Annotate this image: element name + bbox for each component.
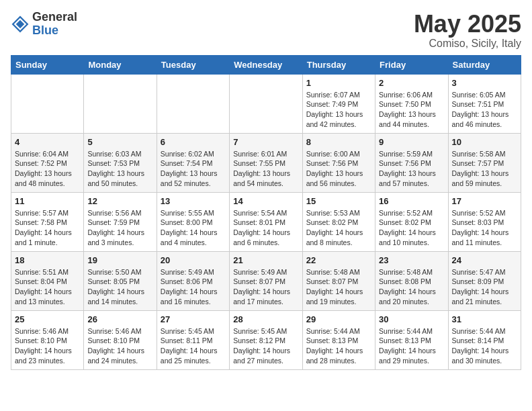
day-number: 29 <box>306 314 371 324</box>
day-number: 7 <box>233 137 298 147</box>
weekday-header-saturday: Saturday <box>448 55 521 74</box>
logo-blue-text: Blue <box>32 24 77 38</box>
day-number: 25 <box>15 314 80 324</box>
day-info: Sunrise: 5:52 AMSunset: 8:03 PMDaylight:… <box>452 208 517 248</box>
logo-icon <box>11 15 30 34</box>
calendar-cell: 30Sunrise: 5:44 AMSunset: 8:13 PMDayligh… <box>375 310 448 369</box>
weekday-header-wednesday: Wednesday <box>230 55 302 74</box>
day-number: 10 <box>452 137 517 147</box>
weekday-header-friday: Friday <box>375 55 448 74</box>
calendar-cell: 10Sunrise: 5:58 AMSunset: 7:57 PMDayligh… <box>448 133 521 192</box>
calendar-cell: 24Sunrise: 5:47 AMSunset: 8:09 PMDayligh… <box>448 251 521 310</box>
day-info: Sunrise: 5:45 AMSunset: 8:11 PMDaylight:… <box>161 326 226 366</box>
day-info: Sunrise: 5:52 AMSunset: 8:02 PMDaylight:… <box>379 208 444 248</box>
day-info: Sunrise: 5:44 AMSunset: 8:13 PMDaylight:… <box>306 326 371 366</box>
calendar-cell: 4Sunrise: 6:04 AMSunset: 7:52 PMDaylight… <box>11 133 84 192</box>
day-number: 5 <box>87 137 152 147</box>
logo: General Blue <box>11 11 77 38</box>
week-row-2: 4Sunrise: 6:04 AMSunset: 7:52 PMDaylight… <box>11 133 521 192</box>
day-number: 30 <box>379 314 444 324</box>
day-info: Sunrise: 5:48 AMSunset: 8:08 PMDaylight:… <box>379 267 444 307</box>
day-info: Sunrise: 5:56 AMSunset: 7:59 PMDaylight:… <box>87 208 152 248</box>
day-info: Sunrise: 6:00 AMSunset: 7:56 PMDaylight:… <box>306 149 371 189</box>
calendar-cell: 23Sunrise: 5:48 AMSunset: 8:08 PMDayligh… <box>375 251 448 310</box>
week-row-5: 25Sunrise: 5:46 AMSunset: 8:10 PMDayligh… <box>11 310 521 369</box>
calendar-cell: 28Sunrise: 5:45 AMSunset: 8:12 PMDayligh… <box>230 310 302 369</box>
calendar-cell: 9Sunrise: 5:59 AMSunset: 7:56 PMDaylight… <box>375 133 448 192</box>
calendar-cell: 20Sunrise: 5:49 AMSunset: 8:06 PMDayligh… <box>157 251 229 310</box>
day-info: Sunrise: 6:02 AMSunset: 7:54 PMDaylight:… <box>161 149 226 189</box>
calendar-cell: 1Sunrise: 6:07 AMSunset: 7:49 PMDaylight… <box>302 74 375 133</box>
day-info: Sunrise: 6:03 AMSunset: 7:53 PMDaylight:… <box>87 149 152 189</box>
day-number: 22 <box>306 255 371 265</box>
day-number: 16 <box>379 196 444 206</box>
day-number: 1 <box>306 78 371 88</box>
day-number: 11 <box>15 196 80 206</box>
calendar-cell: 14Sunrise: 5:54 AMSunset: 8:01 PMDayligh… <box>230 192 302 251</box>
calendar-cell: 16Sunrise: 5:52 AMSunset: 8:02 PMDayligh… <box>375 192 448 251</box>
week-row-4: 18Sunrise: 5:51 AMSunset: 8:04 PMDayligh… <box>11 251 521 310</box>
calendar-cell: 18Sunrise: 5:51 AMSunset: 8:04 PMDayligh… <box>11 251 84 310</box>
day-info: Sunrise: 5:46 AMSunset: 8:10 PMDaylight:… <box>87 326 152 366</box>
day-info: Sunrise: 5:50 AMSunset: 8:05 PMDaylight:… <box>87 267 152 307</box>
page-header: General Blue May 2025 Comiso, Sicily, It… <box>11 11 521 50</box>
day-number: 8 <box>306 137 371 147</box>
weekday-header-row: SundayMondayTuesdayWednesdayThursdayFrid… <box>11 55 521 74</box>
day-number: 26 <box>87 314 152 324</box>
day-number: 28 <box>233 314 298 324</box>
day-info: Sunrise: 5:46 AMSunset: 8:10 PMDaylight:… <box>15 326 80 366</box>
day-number: 17 <box>452 196 517 206</box>
week-row-3: 11Sunrise: 5:57 AMSunset: 7:58 PMDayligh… <box>11 192 521 251</box>
calendar-cell <box>11 74 84 133</box>
location-subtitle: Comiso, Sicily, Italy <box>414 38 521 50</box>
calendar-cell: 11Sunrise: 5:57 AMSunset: 7:58 PMDayligh… <box>11 192 84 251</box>
calendar-cell: 6Sunrise: 6:02 AMSunset: 7:54 PMDaylight… <box>157 133 229 192</box>
day-info: Sunrise: 5:45 AMSunset: 8:12 PMDaylight:… <box>233 326 298 366</box>
day-info: Sunrise: 5:59 AMSunset: 7:56 PMDaylight:… <box>379 149 444 189</box>
calendar-cell <box>157 74 229 133</box>
calendar-cell: 29Sunrise: 5:44 AMSunset: 8:13 PMDayligh… <box>302 310 375 369</box>
day-number: 23 <box>379 255 444 265</box>
day-number: 27 <box>161 314 226 324</box>
day-number: 12 <box>87 196 152 206</box>
calendar-cell: 2Sunrise: 6:06 AMSunset: 7:50 PMDaylight… <box>375 74 448 133</box>
day-number: 20 <box>161 255 226 265</box>
day-info: Sunrise: 5:48 AMSunset: 8:07 PMDaylight:… <box>306 267 371 307</box>
day-number: 18 <box>15 255 80 265</box>
day-info: Sunrise: 6:06 AMSunset: 7:50 PMDaylight:… <box>379 90 444 130</box>
day-number: 9 <box>379 137 444 147</box>
month-title: May 2025 <box>414 11 521 38</box>
day-number: 19 <box>87 255 152 265</box>
calendar-cell: 27Sunrise: 5:45 AMSunset: 8:11 PMDayligh… <box>157 310 229 369</box>
day-info: Sunrise: 5:49 AMSunset: 8:06 PMDaylight:… <box>161 267 226 307</box>
calendar-cell: 17Sunrise: 5:52 AMSunset: 8:03 PMDayligh… <box>448 192 521 251</box>
day-number: 4 <box>15 137 80 147</box>
day-number: 14 <box>233 196 298 206</box>
weekday-header-tuesday: Tuesday <box>157 55 229 74</box>
day-info: Sunrise: 5:51 AMSunset: 8:04 PMDaylight:… <box>15 267 80 307</box>
day-info: Sunrise: 6:01 AMSunset: 7:55 PMDaylight:… <box>233 149 298 189</box>
calendar-cell: 22Sunrise: 5:48 AMSunset: 8:07 PMDayligh… <box>302 251 375 310</box>
day-info: Sunrise: 5:44 AMSunset: 8:14 PMDaylight:… <box>452 326 517 366</box>
day-number: 2 <box>379 78 444 88</box>
week-row-1: 1Sunrise: 6:07 AMSunset: 7:49 PMDaylight… <box>11 74 521 133</box>
calendar-cell: 12Sunrise: 5:56 AMSunset: 7:59 PMDayligh… <box>84 192 157 251</box>
calendar-cell <box>84 74 157 133</box>
day-number: 31 <box>452 314 517 324</box>
day-info: Sunrise: 6:07 AMSunset: 7:49 PMDaylight:… <box>306 90 371 130</box>
day-info: Sunrise: 5:47 AMSunset: 8:09 PMDaylight:… <box>452 267 517 307</box>
day-info: Sunrise: 5:55 AMSunset: 8:00 PMDaylight:… <box>161 208 226 248</box>
calendar-cell: 31Sunrise: 5:44 AMSunset: 8:14 PMDayligh… <box>448 310 521 369</box>
day-number: 21 <box>233 255 298 265</box>
calendar-cell: 26Sunrise: 5:46 AMSunset: 8:10 PMDayligh… <box>84 310 157 369</box>
day-info: Sunrise: 5:58 AMSunset: 7:57 PMDaylight:… <box>452 149 517 189</box>
calendar-cell: 19Sunrise: 5:50 AMSunset: 8:05 PMDayligh… <box>84 251 157 310</box>
logo-general-text: General <box>32 11 77 24</box>
day-number: 3 <box>452 78 517 88</box>
day-info: Sunrise: 5:44 AMSunset: 8:13 PMDaylight:… <box>379 326 444 366</box>
day-number: 24 <box>452 255 517 265</box>
calendar-cell: 3Sunrise: 6:05 AMSunset: 7:51 PMDaylight… <box>448 74 521 133</box>
calendar-cell: 8Sunrise: 6:00 AMSunset: 7:56 PMDaylight… <box>302 133 375 192</box>
day-info: Sunrise: 5:53 AMSunset: 8:02 PMDaylight:… <box>306 208 371 248</box>
day-number: 15 <box>306 196 371 206</box>
